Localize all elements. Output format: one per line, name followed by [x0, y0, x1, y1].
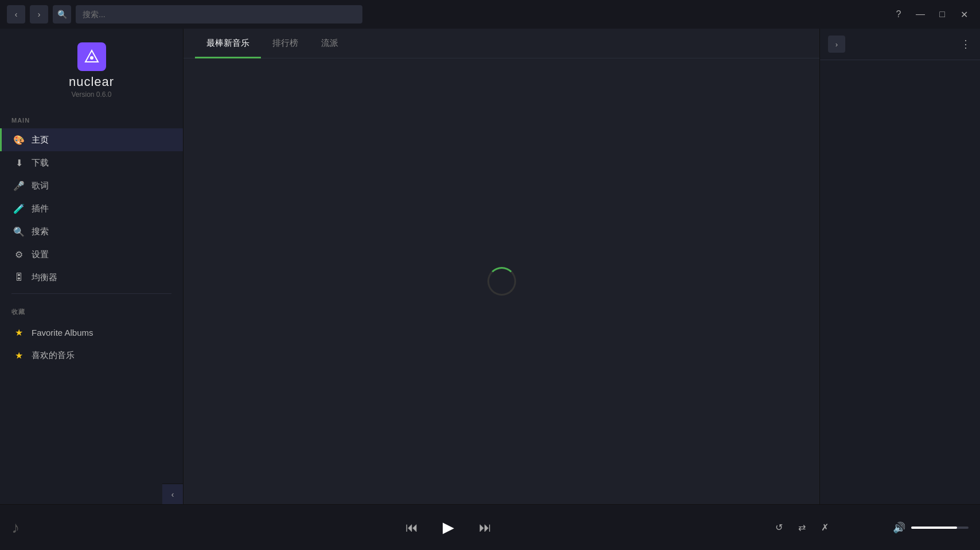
- help-icon: ?: [896, 9, 901, 19]
- sidebar: nuclear Version 0.6.0 MAIN 🎨 主页 ⬇ 下载 🎤 歌…: [0, 29, 183, 504]
- star-icon-2: ★: [13, 349, 25, 361]
- minimize-button[interactable]: —: [911, 5, 930, 23]
- tab-genres[interactable]: 流派: [310, 29, 350, 58]
- main-section-label: MAIN: [0, 108, 183, 128]
- titlebar: ‹ › 🔍 ? — □ ✕: [0, 0, 980, 29]
- prev-button[interactable]: ⏮: [400, 516, 423, 539]
- sidebar-item-equalizer[interactable]: 🎛 均衡器: [0, 266, 183, 289]
- content-body: [183, 58, 819, 504]
- sidebar-item-favorite-albums-label: Favorite Albums: [32, 328, 93, 337]
- sidebar-item-plugins-label: 插件: [32, 203, 49, 214]
- sidebar-item-favorite-music-label: 喜欢的音乐: [32, 350, 75, 361]
- shuffle-button[interactable]: ⇄: [793, 519, 810, 536]
- equalizer-icon: 🎛: [13, 272, 25, 283]
- right-panel-toggle-button[interactable]: ›: [828, 36, 845, 53]
- volume-slider[interactable]: [911, 527, 969, 529]
- content-area: 最棒新音乐 排行榜 流派: [183, 29, 819, 504]
- next-button[interactable]: ⏭: [474, 516, 497, 539]
- tab-charts-label: 排行榜: [272, 38, 298, 48]
- sidebar-item-settings-label: 设置: [32, 249, 49, 260]
- sidebar-item-home[interactable]: 🎨 主页: [0, 128, 183, 151]
- logo-area: nuclear Version 0.6.0: [0, 29, 183, 108]
- volume-icon: 🔊: [893, 521, 905, 534]
- search-input[interactable]: [76, 5, 362, 23]
- sidebar-item-home-label: 主页: [32, 135, 49, 146]
- right-panel-toggle-icon: ›: [835, 40, 838, 49]
- lyrics-icon: 🎤: [13, 180, 25, 191]
- back-icon: ‹: [15, 10, 18, 19]
- main-layout: nuclear Version 0.6.0 MAIN 🎨 主页 ⬇ 下载 🎤 歌…: [0, 29, 980, 504]
- play-button[interactable]: ▶: [437, 516, 460, 539]
- sidebar-item-search-label: 搜索: [32, 226, 49, 237]
- sidebar-item-settings[interactable]: ⚙ 设置: [0, 243, 183, 266]
- sidebar-item-equalizer-label: 均衡器: [32, 272, 57, 283]
- now-playing: ♪: [11, 518, 126, 537]
- sidebar-item-favorite-music[interactable]: ★ 喜欢的音乐: [0, 344, 183, 367]
- volume-fill: [911, 527, 957, 529]
- search-icon-button[interactable]: 🔍: [53, 5, 71, 23]
- minimize-icon: —: [916, 9, 925, 19]
- tab-new-music[interactable]: 最棒新音乐: [195, 29, 261, 58]
- window-controls: ? — □ ✕: [889, 5, 973, 23]
- logo-icon: [77, 42, 106, 71]
- scrobble-button[interactable]: ✗: [816, 519, 833, 536]
- download-icon: ⬇: [13, 157, 25, 168]
- tab-genres-label: 流派: [321, 38, 338, 48]
- loading-spinner: [487, 267, 516, 296]
- sidebar-item-download[interactable]: ⬇ 下载: [0, 151, 183, 174]
- maximize-button[interactable]: □: [933, 5, 951, 23]
- extra-controls: ↺ ⇄ ✗: [770, 519, 833, 536]
- sidebar-item-lyrics[interactable]: 🎤 歌词: [0, 174, 183, 197]
- volume-area: 🔊: [842, 521, 969, 534]
- right-panel-menu-icon: ⋮: [961, 38, 972, 50]
- right-panel-header: › ⋮: [820, 29, 980, 60]
- prev-icon: ⏮: [405, 520, 418, 535]
- app-name: nuclear: [69, 74, 114, 89]
- scrobble-icon: ✗: [821, 522, 829, 533]
- collapse-icon: ‹: [171, 490, 174, 499]
- close-icon: ✕: [961, 9, 968, 20]
- tab-new-music-label: 最棒新音乐: [206, 38, 249, 48]
- star-icon-1: ★: [13, 327, 25, 338]
- nuclear-logo-svg: [83, 48, 100, 65]
- collections-label: 收藏: [0, 298, 183, 321]
- forward-icon: ›: [38, 10, 41, 19]
- forward-button[interactable]: ›: [30, 5, 48, 23]
- shuffle-icon: ⇄: [798, 522, 806, 533]
- player-bar: ♪ ⏮ ▶ ⏭ ↺ ⇄ ✗ 🔊: [0, 504, 980, 550]
- svg-point-1: [90, 56, 93, 60]
- close-button[interactable]: ✕: [955, 5, 973, 23]
- search-icon: 🔍: [57, 10, 67, 19]
- tab-bar: 最棒新音乐 排行榜 流派: [183, 29, 819, 58]
- play-icon: ▶: [443, 518, 454, 536]
- right-panel: › ⋮: [819, 29, 980, 504]
- sidebar-item-plugins[interactable]: 🧪 插件: [0, 197, 183, 220]
- sidebar-item-download-label: 下载: [32, 158, 49, 168]
- home-icon: 🎨: [13, 134, 25, 146]
- sidebar-collapse-button[interactable]: ‹: [162, 484, 183, 504]
- search-nav-icon: 🔍: [13, 226, 25, 237]
- back-button[interactable]: ‹: [7, 5, 25, 23]
- plugins-icon: 🧪: [13, 203, 25, 214]
- sidebar-item-favorite-albums[interactable]: ★ Favorite Albums: [0, 321, 183, 344]
- settings-icon: ⚙: [13, 249, 25, 260]
- playback-controls: ⏮ ▶ ⏭: [126, 516, 770, 539]
- next-icon: ⏭: [479, 520, 491, 535]
- sidebar-item-lyrics-label: 歌词: [32, 180, 49, 191]
- app-version: Version 0.6.0: [71, 91, 111, 99]
- right-panel-menu-button[interactable]: ⋮: [961, 38, 972, 50]
- sidebar-item-search[interactable]: 🔍 搜索: [0, 220, 183, 243]
- repeat-button[interactable]: ↺: [770, 519, 787, 536]
- maximize-icon: □: [939, 9, 945, 19]
- music-note-icon: ♪: [11, 518, 19, 537]
- help-button[interactable]: ?: [889, 5, 908, 23]
- tab-charts[interactable]: 排行榜: [261, 29, 310, 58]
- repeat-icon: ↺: [775, 522, 783, 533]
- sidebar-divider: [11, 293, 171, 294]
